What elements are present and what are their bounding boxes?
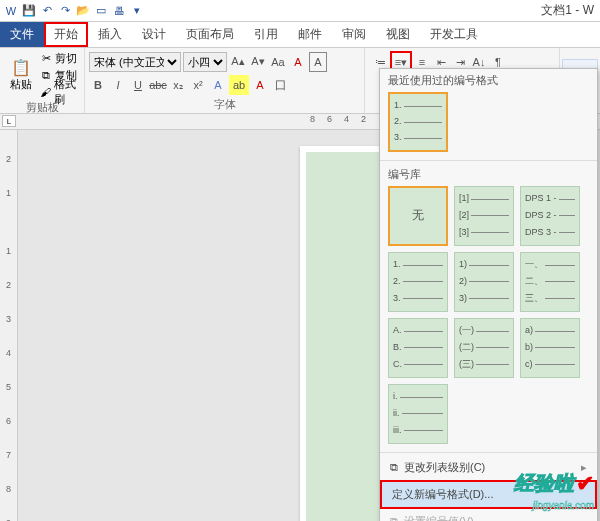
paste-button[interactable]: 📋 粘贴	[4, 50, 38, 100]
word-app-icon: W	[2, 2, 20, 20]
tab-mailings[interactable]: 邮件	[288, 22, 332, 47]
set-value-icon: ⧉	[390, 515, 398, 521]
font-size-select[interactable]: 小四	[183, 52, 227, 72]
tab-view[interactable]: 视图	[376, 22, 420, 47]
numbering-swatch[interactable]: 1.2.3.	[388, 252, 448, 312]
italic-button[interactable]: I	[109, 75, 127, 95]
numbering-swatch[interactable]: [1][2][3]	[454, 186, 514, 246]
numbering-swatch[interactable]: i.ii.iii.	[388, 384, 448, 444]
change-case-button[interactable]: Aa	[269, 52, 287, 72]
numbering-swatch[interactable]: (一)(二)(三)	[454, 318, 514, 378]
highlight-button[interactable]: ab	[229, 75, 249, 95]
watermark-check-icon: ✔	[576, 471, 594, 497]
subscript-button[interactable]: x₂	[169, 75, 187, 95]
tab-review[interactable]: 审阅	[332, 22, 376, 47]
library-section-label: 编号库	[380, 163, 597, 184]
tab-selector[interactable]: L	[2, 115, 16, 127]
tab-references[interactable]: 引用	[244, 22, 288, 47]
document-title: 文档1 - W	[541, 2, 598, 19]
numbering-swatch[interactable]: 一、二、三、	[520, 252, 580, 312]
watermark-text: 经验啦	[514, 470, 574, 497]
paste-icon: 📋	[11, 58, 31, 77]
tab-layout[interactable]: 页面布局	[176, 22, 244, 47]
font-group: 宋体 (中文正文 小四 A▴ A▾ Aa A A B I U abc x₂ x²…	[85, 48, 365, 113]
numbering-swatch[interactable]: DPS 1 -DPS 2 -DPS 3 -	[520, 186, 580, 246]
cut-button[interactable]: ✂剪切	[40, 50, 80, 66]
recent-numbering-swatch[interactable]: 1. 2. 3.	[388, 92, 448, 152]
print-icon[interactable]: 🖶	[110, 2, 128, 20]
recent-section-label: 最近使用过的编号格式	[380, 69, 597, 90]
tab-file[interactable]: 文件	[0, 22, 44, 47]
underline-button[interactable]: U	[129, 75, 147, 95]
paste-label: 粘贴	[10, 77, 32, 92]
tab-developer[interactable]: 开发工具	[420, 22, 488, 47]
numbering-swatch[interactable]: a)b)c)	[520, 318, 580, 378]
shrink-font-button[interactable]: A▾	[249, 52, 267, 72]
title-bar: W 💾 ↶ ↷ 📂 ▭ 🖶 ▾ 文档1 - W	[0, 0, 600, 22]
tab-home[interactable]: 开始	[44, 22, 88, 47]
new-icon[interactable]: ▭	[92, 2, 110, 20]
copy-icon: ⧉	[40, 69, 52, 82]
numbering-dropdown: 最近使用过的编号格式 1. 2. 3. 编号库 无 [1][2][3]DPS 1…	[379, 68, 598, 521]
font-group-label: 字体	[89, 97, 360, 113]
numbering-library: 无 [1][2][3]DPS 1 -DPS 2 -DPS 3 -1.2.3.1)…	[380, 184, 597, 450]
clear-formatting-button[interactable]: A	[309, 52, 327, 72]
clipboard-group: 📋 粘贴 ✂剪切 ⧉复制 🖌格式刷 剪贴板	[0, 48, 85, 113]
format-painter-button[interactable]: 🖌格式刷	[40, 84, 80, 100]
char-border-button[interactable]: 囗	[271, 75, 289, 95]
watermark-url: jingyanla.com	[533, 500, 594, 511]
format-painter-icon: 🖌	[40, 86, 51, 98]
cut-icon: ✂	[40, 52, 52, 65]
redo-icon[interactable]: ↷	[56, 2, 74, 20]
strikethrough-button[interactable]: abc	[149, 75, 167, 95]
ribbon-tabs: 文件 开始 插入 设计 页面布局 引用 邮件 审阅 视图 开发工具	[0, 22, 600, 48]
font-name-select[interactable]: 宋体 (中文正文	[89, 52, 181, 72]
qat-dropdown-icon[interactable]: ▾	[128, 2, 146, 20]
numbering-swatch[interactable]: 1)2)3)	[454, 252, 514, 312]
grow-font-button[interactable]: A▴	[229, 52, 247, 72]
open-icon[interactable]: 📂	[74, 2, 92, 20]
font-color-button[interactable]: A	[251, 75, 269, 95]
bold-button[interactable]: B	[89, 75, 107, 95]
phonetic-button[interactable]: A	[289, 52, 307, 72]
tab-insert[interactable]: 插入	[88, 22, 132, 47]
superscript-button[interactable]: x²	[189, 75, 207, 95]
vertical-ruler: 21123456789101112	[0, 130, 18, 521]
numbering-swatch[interactable]: A.B.C.	[388, 318, 448, 378]
text-effects-button[interactable]: A	[209, 75, 227, 95]
save-icon[interactable]: 💾	[20, 2, 38, 20]
tab-design[interactable]: 设计	[132, 22, 176, 47]
ruler-ticks: 8642	[310, 114, 366, 124]
numbering-none[interactable]: 无	[388, 186, 448, 246]
list-level-icon: ⧉	[390, 461, 398, 474]
undo-icon[interactable]: ↶	[38, 2, 56, 20]
watermark: 经验啦 ✔	[514, 470, 594, 497]
